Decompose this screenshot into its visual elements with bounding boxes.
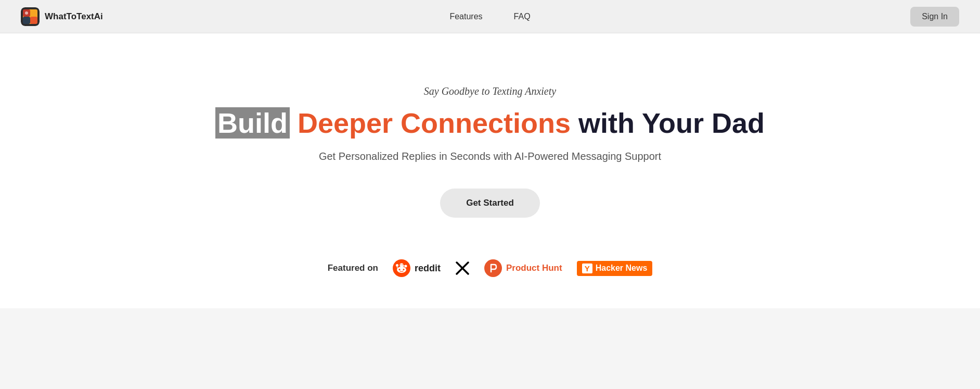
svg-point-8: [397, 267, 406, 273]
nav-faq[interactable]: FAQ: [514, 12, 531, 21]
featured-product-hunt[interactable]: Product Hunt: [484, 259, 562, 277]
product-hunt-icon: [484, 259, 502, 277]
svg-point-9: [398, 269, 400, 270]
featured-reddit[interactable]: reddit: [393, 259, 441, 277]
product-hunt-label: Product Hunt: [506, 263, 562, 273]
get-started-button[interactable]: Get Started: [440, 189, 540, 218]
svg-point-13: [396, 264, 398, 267]
x-twitter-icon: [455, 261, 470, 275]
hn-y-letter: Y: [582, 263, 592, 273]
main-content: Say Goodbye to Texting Anxiety Build Dee…: [0, 33, 980, 308]
nav-features[interactable]: Features: [449, 12, 482, 21]
featured-section: Featured on reddit: [328, 259, 653, 308]
hero-subtitle: Get Personalized Replies in Seconds with…: [319, 150, 661, 162]
hero-title-build: Build: [215, 107, 290, 139]
svg-rect-3: [23, 17, 30, 24]
logo-area: WhatToTextAi: [21, 7, 103, 26]
signin-button[interactable]: Sign In: [910, 7, 959, 27]
svg-rect-5: [30, 17, 37, 24]
svg-point-11: [404, 265, 407, 268]
hacker-news-label: Hacker News: [596, 263, 648, 273]
featured-hacker-news[interactable]: Y Hacker News: [577, 261, 653, 276]
hero-title-connections: Deeper Connections: [298, 107, 571, 139]
featured-label: Featured on: [328, 263, 378, 273]
hero-title-rest: with Your Dad: [578, 107, 765, 139]
svg-point-15: [401, 265, 402, 266]
hero-title: Build Deeper Connections with Your Dad: [215, 107, 765, 139]
nav-links: Features FAQ: [449, 12, 530, 21]
svg-point-17: [484, 259, 502, 277]
svg-point-10: [403, 269, 404, 270]
svg-point-6: [25, 11, 28, 15]
reddit-icon: [393, 259, 410, 277]
logo-icon: [21, 7, 40, 26]
svg-rect-4: [30, 9, 37, 17]
reddit-label: reddit: [415, 263, 441, 274]
navbar: WhatToTextAi Features FAQ Sign In: [0, 0, 980, 33]
featured-x-twitter[interactable]: [455, 261, 470, 275]
logo-text: WhatToTextAi: [45, 11, 103, 22]
hero-tagline: Say Goodbye to Texting Anxiety: [424, 85, 556, 97]
svg-point-16: [402, 265, 403, 266]
